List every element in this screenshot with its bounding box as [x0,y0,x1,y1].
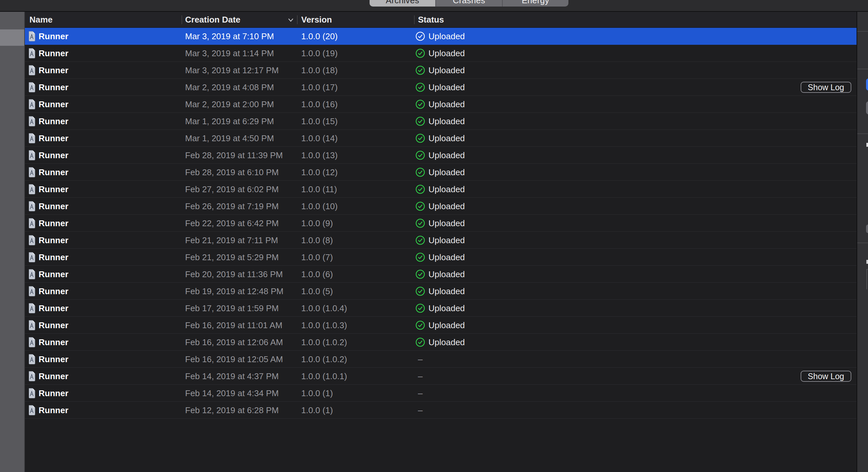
archive-version: 1.0.0 (15) [301,113,338,130]
table-row[interactable]: Runner Feb 19, 2019 at 12:48 PM 1.0.0 (5… [25,283,857,300]
checkmark-circle-icon [415,201,425,211]
table-row[interactable]: Runner Feb 16, 2019 at 11:01 AM 1.0.0 (1… [25,317,857,334]
archive-name: Runner [39,266,68,283]
apps-sidebar-sliver[interactable] [0,12,25,472]
chevron-down-icon[interactable] [286,16,295,24]
archive-status-label: Uploaded [428,147,465,164]
table-row[interactable]: Runner Feb 20, 2019 at 11:36 PM 1.0.0 (6… [25,266,857,283]
archive-version: 1.0.0 (1.0.2) [301,334,347,351]
archive-document-icon [28,388,36,399]
panel-section-divider [857,242,868,243]
detail-panel-sliver [857,12,868,472]
archive-name: Runner [39,317,68,334]
archive-version: 1.0.0 (9) [301,215,333,232]
table-row[interactable]: Runner Mar 3, 2019 at 7:10 PM 1.0.0 (20)… [25,28,857,45]
table-row[interactable]: Runner Mar 1, 2019 at 4:50 PM 1.0.0 (14)… [25,130,857,147]
archive-version: 1.0.0 (1.0.3) [301,317,347,334]
show-log-button[interactable]: Show Log [801,82,851,93]
table-row[interactable]: Runner Feb 16, 2019 at 12:06 AM 1.0.0 (1… [25,334,857,351]
archive-creation-date: Feb 14, 2019 at 4:37 PM [185,368,279,385]
table-row[interactable]: Runner Feb 21, 2019 at 7:11 PM 1.0.0 (8)… [25,232,857,249]
archive-document-icon [28,201,36,211]
archive-status-label: Uploaded [428,181,465,198]
sidebar-selected-app[interactable] [0,29,24,46]
table-row[interactable]: Runner Feb 16, 2019 at 12:05 AM 1.0.0 (1… [25,351,857,368]
archive-creation-date: Mar 1, 2019 at 6:29 PM [185,113,274,130]
checkmark-circle-icon [415,150,425,160]
archive-status-label: Uploaded [428,334,465,351]
archive-creation-date: Feb 22, 2019 at 6:42 PM [185,215,279,232]
tab-energy-label: Energy [503,0,568,6]
archive-name: Runner [39,283,68,300]
archive-version: 1.0.0 (11) [301,181,337,198]
table-row[interactable]: Runner Feb 27, 2019 at 6:02 PM 1.0.0 (11… [25,181,857,198]
table-row[interactable]: Runner Feb 26, 2019 at 7:19 PM 1.0.0 (10… [25,198,857,215]
panel-button-sliver[interactable] [866,225,868,233]
archive-creation-date: Feb 21, 2019 at 5:29 PM [185,249,279,266]
archive-document-icon [28,371,36,381]
table-row[interactable]: Runner Feb 14, 2019 at 4:34 PM 1.0.0 (1)… [25,385,857,402]
show-log-button[interactable]: Show Log [801,371,851,382]
archive-creation-date: Feb 28, 2019 at 6:10 PM [185,164,279,181]
tab-crashes-label: Crashes [436,0,502,6]
archive-status-label: Uploaded [428,198,465,215]
checkmark-circle-icon [415,303,425,313]
archive-name: Runner [39,79,68,96]
table-row[interactable]: Runner Mar 1, 2019 at 6:29 PM 1.0.0 (15)… [25,113,857,130]
archive-status-none: – [415,351,425,368]
table-row[interactable]: Runner Mar 3, 2019 at 12:17 PM 1.0.0 (18… [25,62,857,79]
organizer-tab-bar: Archives Crashes Energy [370,0,568,6]
archive-version: 1.0.0 (7) [301,249,333,266]
archive-creation-date: Mar 3, 2019 at 1:14 PM [185,45,274,62]
archive-status-label: Uploaded [428,232,465,249]
column-header-creation-date[interactable]: Creation Date [185,12,240,28]
archive-creation-date: Feb 26, 2019 at 7:19 PM [185,198,279,215]
archive-creation-date: Mar 1, 2019 at 4:50 PM [185,130,274,147]
archive-version: 1.0.0 (5) [301,283,333,300]
archive-status-label: Uploaded [428,317,465,334]
archive-document-icon [28,150,36,161]
archive-name: Runner [39,402,68,419]
tab-archives[interactable]: Archives [370,0,435,6]
tab-crashes[interactable]: Crashes [435,0,502,6]
archive-document-icon [28,65,36,75]
archive-name: Runner [39,334,68,351]
archive-status-label: Uploaded [428,215,465,232]
column-header-name[interactable]: Name [29,12,53,28]
tab-energy[interactable]: Energy [503,0,568,6]
distribute-app-button-sliver[interactable] [866,78,868,91]
archive-creation-date: Feb 12, 2019 at 6:28 PM [185,402,279,419]
archive-status-none: – [415,368,425,385]
table-row[interactable]: Runner Feb 17, 2019 at 1:59 PM 1.0.0 (1.… [25,300,857,317]
archive-creation-date: Feb 16, 2019 at 12:05 AM [185,351,283,368]
column-header-version[interactable]: Version [301,12,332,28]
table-row[interactable]: Runner Feb 21, 2019 at 5:29 PM 1.0.0 (7)… [25,249,857,266]
validate-app-button-sliver[interactable] [866,101,868,114]
archive-document-icon [28,167,36,177]
table-row[interactable]: Runner Mar 2, 2019 at 2:00 PM 1.0.0 (16)… [25,96,857,113]
table-row[interactable]: Runner Feb 28, 2019 at 11:39 PM 1.0.0 (1… [25,147,857,164]
archive-creation-date: Feb 19, 2019 at 12:48 PM [185,283,284,300]
archive-version: 1.0.0 (1.0.1) [301,368,347,385]
archive-name: Runner [39,96,68,113]
archive-status-label: Uploaded [428,130,465,147]
toolbar: Archives Crashes Energy [0,0,868,11]
table-row[interactable]: Runner Feb 28, 2019 at 6:10 PM 1.0.0 (12… [25,164,857,181]
archive-status-label: Uploaded [428,113,465,130]
archive-version: 1.0.0 (1) [301,385,333,402]
archive-name: Runner [39,130,68,147]
tab-archives-label: Archives [370,0,435,6]
archive-document-icon [28,303,36,313]
archive-status-label: Uploaded [428,283,465,300]
archive-creation-date: Feb 20, 2019 at 11:36 PM [185,266,283,283]
table-row[interactable]: Runner Feb 14, 2019 at 4:37 PM 1.0.0 (1.… [25,368,857,385]
checkmark-circle-icon [415,116,425,126]
table-row[interactable]: Runner Feb 22, 2019 at 6:42 PM 1.0.0 (9)… [25,215,857,232]
table-row[interactable]: Runner Mar 2, 2019 at 4:08 PM 1.0.0 (17)… [25,79,857,96]
archive-status-label: Uploaded [428,79,465,96]
column-header-status[interactable]: Status [418,12,444,28]
table-row[interactable]: Runner Feb 12, 2019 at 6:28 PM 1.0.0 (1)… [25,402,857,419]
checkmark-circle-icon [415,320,425,330]
table-row[interactable]: Runner Mar 3, 2019 at 1:14 PM 1.0.0 (19)… [25,45,857,62]
archive-creation-date: Feb 16, 2019 at 11:01 AM [185,317,282,334]
